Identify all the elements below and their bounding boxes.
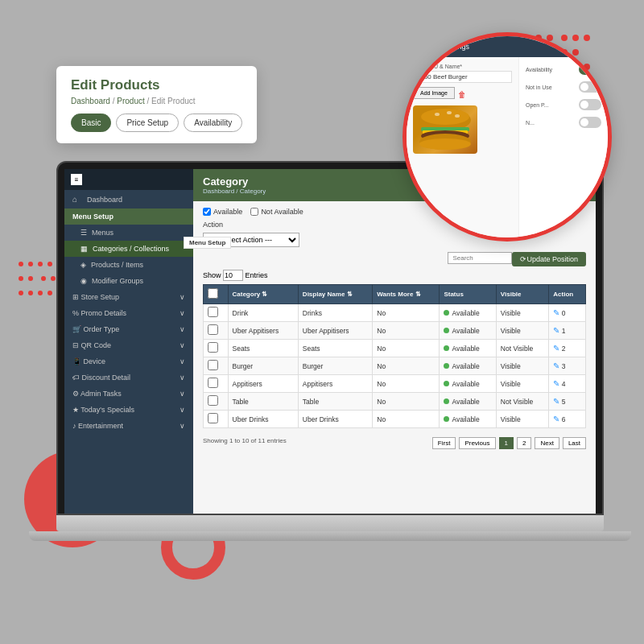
tab-basic[interactable]: Basic bbox=[71, 114, 111, 132]
row-status: Available bbox=[440, 304, 496, 322]
ps-add-image-button[interactable]: Add Image bbox=[413, 87, 455, 99]
ps-not-in-use-toggle[interactable] bbox=[579, 81, 601, 93]
sidebar-section-menu-setup[interactable]: Menu Setup Menu Setup bbox=[64, 208, 193, 225]
row-checkbox[interactable] bbox=[208, 413, 218, 423]
products-icon: ◈ bbox=[80, 261, 86, 269]
sidebar: ≡ ⌂ Dashboard Menu Setup Menu Setup ☰ Me… bbox=[64, 169, 193, 514]
sidebar-item-modifier-groups[interactable]: ◉ Modifier Groups bbox=[64, 273, 193, 289]
col-display-name[interactable]: Display Name ⇅ bbox=[298, 285, 373, 304]
sidebar-item-order-type[interactable]: 🛒 Order Type ∨ bbox=[64, 321, 193, 337]
row-action: ✎ 3 bbox=[549, 357, 586, 375]
edit-icon[interactable]: ✎ bbox=[553, 415, 559, 423]
row-status: Available bbox=[440, 393, 496, 411]
tab-bar: Basic Price Setup Availability bbox=[71, 114, 242, 132]
menu-icon: ≡ bbox=[75, 176, 79, 184]
table-row: Seats Seats No Available Not Visible ✎ 2 bbox=[204, 340, 586, 357]
sidebar-item-products[interactable]: ◈ Products / Items bbox=[64, 257, 193, 273]
sidebar-item-entertainment[interactable]: ♪ Entertainment ∨ bbox=[64, 418, 193, 434]
ps-open-p-toggle[interactable] bbox=[579, 99, 601, 110]
row-visible: Visible bbox=[496, 322, 549, 340]
status-dot bbox=[444, 398, 449, 404]
edit-icon[interactable]: ✎ bbox=[553, 308, 559, 317]
sidebar-item-specials[interactable]: ★ Today's Specials ∨ bbox=[64, 402, 193, 418]
svg-point-1 bbox=[421, 109, 469, 125]
sidebar-item-discount[interactable]: 🏷 Discount Detail ∨ bbox=[64, 369, 193, 386]
sidebar-item-promo[interactable]: % Promo Details ∨ bbox=[64, 305, 193, 321]
row-checkbox[interactable] bbox=[208, 360, 218, 370]
ps-delete-icon[interactable]: 🗑 bbox=[458, 90, 466, 99]
chevron-icon-3: ∨ bbox=[180, 325, 185, 333]
status-dot bbox=[444, 381, 449, 386]
edit-icon[interactable]: ✎ bbox=[553, 397, 559, 406]
show-count-input[interactable] bbox=[223, 270, 243, 281]
chevron-icon-5: ∨ bbox=[180, 357, 185, 365]
row-wants-more: No bbox=[373, 322, 440, 340]
pagination: First Previous 1 2 Next Last bbox=[432, 437, 586, 449]
sidebar-item-qr[interactable]: ⊟ QR Code ∨ bbox=[64, 337, 193, 353]
available-label: Available bbox=[213, 208, 242, 216]
row-checkbox[interactable] bbox=[208, 307, 218, 317]
row-status: Available bbox=[440, 375, 496, 393]
edit-icon[interactable]: ✎ bbox=[553, 361, 559, 370]
sidebar-item-categories[interactable]: ▦ Categories / Collections bbox=[64, 241, 193, 257]
page-1[interactable]: 1 bbox=[499, 437, 514, 449]
status-dot bbox=[444, 345, 449, 351]
row-display-name: Uber Drinks bbox=[298, 411, 373, 428]
admin-icon: ⚙ bbox=[72, 390, 80, 398]
col-wants-more[interactable]: Wants More ⇅ bbox=[373, 285, 440, 304]
store-icon: ⊞ bbox=[72, 293, 81, 301]
edit-products-breadcrumb: Dashboard / Product / Edit Product bbox=[71, 97, 242, 105]
page-2[interactable]: 2 bbox=[517, 437, 531, 449]
page-previous[interactable]: Previous bbox=[459, 437, 495, 449]
sidebar-item-dashboard[interactable]: ⌂ Dashboard bbox=[64, 190, 193, 208]
page-next[interactable]: Next bbox=[535, 437, 559, 449]
col-status[interactable]: Status bbox=[440, 285, 496, 304]
edit-icon[interactable]: ✎ bbox=[553, 344, 559, 353]
not-available-checkbox[interactable] bbox=[250, 208, 258, 216]
breadcrumb-product[interactable]: Product bbox=[117, 97, 144, 105]
tab-availability[interactable]: Availability bbox=[184, 114, 242, 132]
svg-point-2 bbox=[435, 113, 440, 116]
available-checkbox-label[interactable]: Available bbox=[203, 208, 242, 216]
page-last[interactable]: Last bbox=[563, 437, 586, 449]
edit-icon[interactable]: ✎ bbox=[553, 379, 559, 388]
search-input[interactable] bbox=[448, 252, 512, 264]
select-all-checkbox[interactable] bbox=[208, 288, 218, 299]
update-position-button[interactable]: ⟳Update Position bbox=[512, 252, 586, 266]
ps-sku-value: 1050 Beef Burger bbox=[413, 71, 512, 83]
row-checkbox[interactable] bbox=[208, 395, 218, 406]
sidebar-item-store-setup[interactable]: ⊞ Store Setup ∨ bbox=[64, 289, 193, 305]
not-available-checkbox-label[interactable]: Not Available bbox=[250, 208, 303, 216]
sidebar-item-admin[interactable]: ⚙ Admin Tasks ∨ bbox=[64, 386, 193, 402]
table-row: Drink Drinks No Available Visible ✎ 0 bbox=[204, 304, 586, 322]
col-action[interactable]: Action bbox=[549, 285, 586, 304]
ps-availability-toggle[interactable] bbox=[579, 64, 601, 75]
edit-products-card: Edit Products Dashboard / Product / Edit… bbox=[56, 66, 257, 143]
row-checkbox-cell bbox=[204, 393, 229, 411]
breadcrumb-dashboard[interactable]: Dashboard bbox=[71, 97, 110, 105]
row-display-name: Table bbox=[298, 393, 373, 411]
chevron-icon-9: ∨ bbox=[180, 422, 185, 430]
ps-not-in-use-label: Not in Use bbox=[526, 85, 552, 90]
row-checkbox[interactable] bbox=[208, 324, 218, 335]
row-checkbox[interactable] bbox=[208, 378, 218, 388]
row-visible: Visible bbox=[496, 411, 549, 428]
breadcrumb-current: Edit Product bbox=[151, 97, 195, 105]
sidebar-label-menus: Menus bbox=[92, 229, 114, 237]
entertainment-icon: ♪ bbox=[72, 422, 78, 430]
row-status: Available bbox=[440, 340, 496, 357]
sidebar-item-device[interactable]: 📱 Device ∨ bbox=[64, 353, 193, 369]
categories-icon: ▦ bbox=[80, 245, 88, 253]
col-visible[interactable]: Visible bbox=[496, 285, 549, 304]
sidebar-item-menus[interactable]: ☰ Menus bbox=[64, 225, 193, 241]
available-checkbox[interactable] bbox=[203, 208, 211, 216]
tab-price-setup[interactable]: Price Setup bbox=[116, 114, 179, 132]
col-category[interactable]: Category ⇅ bbox=[228, 285, 298, 304]
row-checkbox[interactable] bbox=[208, 342, 218, 353]
edit-icon[interactable]: ✎ bbox=[553, 326, 559, 335]
modifier-icon: ◉ bbox=[80, 277, 87, 285]
ps-n-toggle[interactable] bbox=[579, 117, 601, 128]
page-first[interactable]: First bbox=[432, 437, 456, 449]
row-wants-more: No bbox=[373, 411, 440, 428]
sidebar-label-dashboard: Dashboard bbox=[87, 196, 122, 204]
